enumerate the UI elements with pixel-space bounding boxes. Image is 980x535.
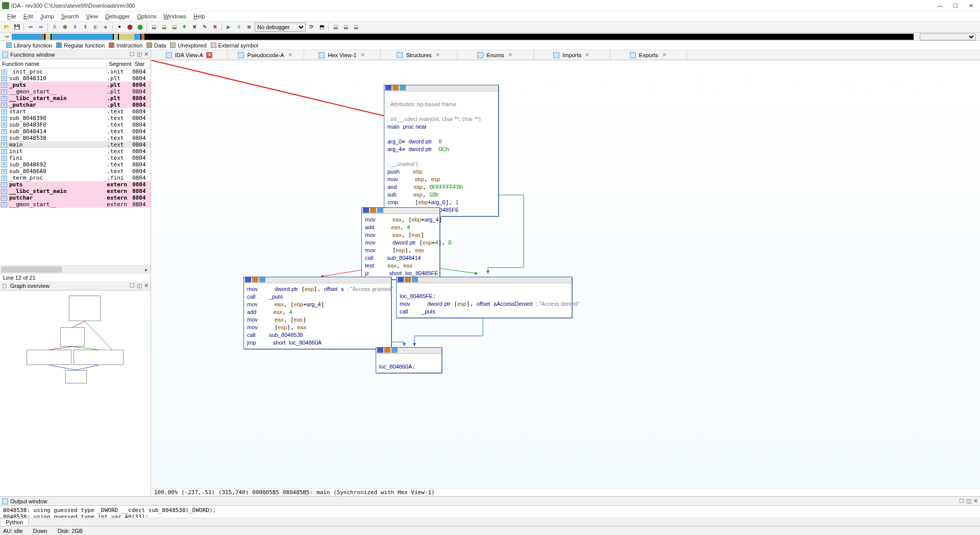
debugger-select[interactable]: No debugger: [255, 22, 306, 32]
function-row[interactable]: fsub_8048692.text0804: [0, 161, 151, 168]
pane-close-icon[interactable]: ✕: [144, 51, 149, 58]
pane-float-icon[interactable]: ☐: [959, 498, 964, 504]
menu-view[interactable]: View: [83, 12, 102, 20]
tab-close-icon[interactable]: ✕: [435, 52, 441, 58]
function-row[interactable]: f_init_proc.init0804: [0, 68, 151, 75]
tab-pseudocode-a[interactable]: Pseudocode-A✕: [228, 50, 304, 60]
tool-icon[interactable]: A: [50, 22, 59, 32]
function-row[interactable]: fputsextern0804: [0, 181, 151, 188]
tab-ida-view-a[interactable]: IDA View-A✕: [151, 50, 228, 60]
tool-icon[interactable]: ⬒: [317, 22, 326, 32]
tab-close-icon[interactable]: ✕: [507, 52, 513, 58]
pane-min-icon[interactable]: ◫: [137, 282, 142, 289]
tool-icon[interactable]: ⬓: [341, 22, 350, 32]
graph-area[interactable]: ; Attributes: bp-based frame ; int __cde…: [151, 60, 980, 488]
graph-node[interactable]: mov eax, [ebp+arg_4] add eax, 4 mov eax,…: [361, 207, 440, 280]
tab-hex-view-1[interactable]: Hex View-1✕: [304, 50, 381, 60]
tool-icon[interactable]: ✚: [180, 22, 189, 32]
close-button[interactable]: ✕: [968, 3, 974, 9]
save-icon[interactable]: 💾: [12, 22, 21, 32]
function-row[interactable]: fsub_80483F0.text0804: [0, 121, 151, 128]
tool-icon[interactable]: ⟳: [307, 22, 316, 32]
tab-close-icon[interactable]: ✕: [360, 52, 366, 58]
pane-close-icon[interactable]: ✕: [144, 282, 149, 289]
menu-search[interactable]: Search: [58, 12, 82, 20]
run-icon[interactable]: ▶: [224, 22, 233, 32]
graph-overview[interactable]: [0, 290, 151, 496]
tool-icon[interactable]: ✖: [210, 22, 219, 32]
tool-icon[interactable]: ⬇: [70, 22, 80, 32]
graph-node[interactable]: ; Attributes: bp-based frame ; int __cde…: [384, 85, 499, 216]
function-row[interactable]: f_puts.plt0804: [0, 82, 151, 88]
tool-icon[interactable]: ✖: [190, 22, 199, 32]
tool-icon[interactable]: ⬓: [169, 22, 179, 32]
graph-node[interactable]: loc_804860A:: [376, 347, 442, 373]
tool-icon[interactable]: ⬤: [135, 22, 144, 32]
maximize-button[interactable]: ☐: [952, 3, 959, 9]
open-icon[interactable]: 📂: [2, 22, 11, 32]
menu-edit[interactable]: Edit: [20, 12, 36, 20]
minimize-button[interactable]: —: [937, 3, 943, 9]
function-row[interactable]: fputcharextern0804: [0, 194, 151, 201]
pane-min-icon[interactable]: ◫: [137, 51, 142, 58]
tool-icon[interactable]: ⬓: [159, 22, 168, 32]
function-row[interactable]: fsub_80486A0.text0804: [0, 168, 151, 175]
menu-file[interactable]: File: [4, 12, 19, 20]
function-row[interactable]: f__gmon_start__extern0804: [0, 201, 151, 208]
col-name[interactable]: Function name: [0, 60, 107, 68]
tool-icon[interactable]: ⬆: [81, 22, 90, 32]
tab-exports[interactable]: Exports✕: [610, 50, 687, 60]
tab-enums[interactable]: Enums✕: [457, 50, 534, 60]
graph-node[interactable]: mov dword ptr [esp], offset s ; "Access …: [243, 277, 391, 349]
tool-icon[interactable]: ⬤: [125, 22, 134, 32]
tool-icon[interactable]: ⬓: [331, 22, 340, 32]
tab-close-icon[interactable]: ✕: [584, 52, 591, 58]
tab-close-icon[interactable]: ✕: [206, 52, 212, 58]
function-row[interactable]: f_term_proc.fini0804: [0, 175, 151, 181]
function-row[interactable]: f_putchar.plt0804: [0, 102, 151, 108]
tool-icon[interactable]: ⬓: [149, 22, 158, 32]
pane-close-icon[interactable]: ✕: [973, 498, 978, 504]
pane-float-icon[interactable]: ☐: [130, 282, 135, 289]
pane-float-icon[interactable]: ☐: [130, 51, 135, 58]
tool-icon[interactable]: ✎: [200, 22, 209, 32]
function-row[interactable]: f__gmon_start__.plt0804: [0, 88, 151, 95]
output-tab-python[interactable]: Python: [0, 518, 29, 526]
function-row[interactable]: fsub_8048310.plt0804: [0, 75, 151, 82]
tab-close-icon[interactable]: ✕: [287, 52, 293, 58]
function-row[interactable]: ffini.text0804: [0, 155, 151, 161]
function-row[interactable]: f__libc_start_main.plt0804: [0, 95, 151, 102]
output-body[interactable]: 8048538: using guessed type _DWORD __cde…: [0, 506, 980, 518]
function-row[interactable]: fsub_8048538.text0804: [0, 135, 151, 141]
menu-debugger[interactable]: Debugger: [102, 12, 133, 20]
menu-windows[interactable]: Windows: [160, 12, 189, 20]
nav-bar[interactable]: [12, 34, 914, 40]
back-icon[interactable]: ⬅: [26, 22, 35, 32]
menu-options[interactable]: Options: [134, 12, 159, 20]
h-scrollbar[interactable]: ◂ ▸: [0, 265, 151, 273]
graph-node[interactable]: loc_80485FE: mov dword ptr [esp], offset…: [396, 277, 572, 318]
tool-icon[interactable]: ⬢: [60, 22, 69, 32]
stop-icon[interactable]: ⏹: [244, 22, 254, 32]
function-row[interactable]: fstart.text0804: [0, 108, 151, 115]
tool-icon[interactable]: ◐: [91, 22, 100, 32]
tab-imports[interactable]: Imports✕: [534, 50, 610, 60]
tool-icon[interactable]: ✦: [115, 22, 124, 32]
function-row[interactable]: fsub_8048414.text0804: [0, 128, 151, 135]
tab-close-icon[interactable]: ✕: [661, 52, 667, 58]
forward-icon[interactable]: ➡: [36, 22, 45, 32]
col-segment[interactable]: Segment: [107, 60, 132, 68]
col-addr[interactable]: Star: [132, 60, 151, 68]
menu-help[interactable]: Help: [190, 12, 208, 20]
pane-min-icon[interactable]: ◫: [966, 498, 971, 504]
pause-icon[interactable]: ⏸: [234, 22, 243, 32]
function-row[interactable]: fmain.text0804: [0, 141, 151, 148]
tool-icon[interactable]: ⬓: [351, 22, 360, 32]
function-row[interactable]: f__libc_start_mainextern0804: [0, 188, 151, 194]
menu-jump[interactable]: Jump: [37, 12, 57, 20]
function-row[interactable]: finit.text0804: [0, 148, 151, 155]
tool-icon[interactable]: ◈: [101, 22, 110, 32]
tab-structures[interactable]: Structures✕: [381, 50, 457, 60]
nav-select[interactable]: [920, 33, 976, 40]
function-row[interactable]: fsub_8048390.text0804: [0, 115, 151, 121]
